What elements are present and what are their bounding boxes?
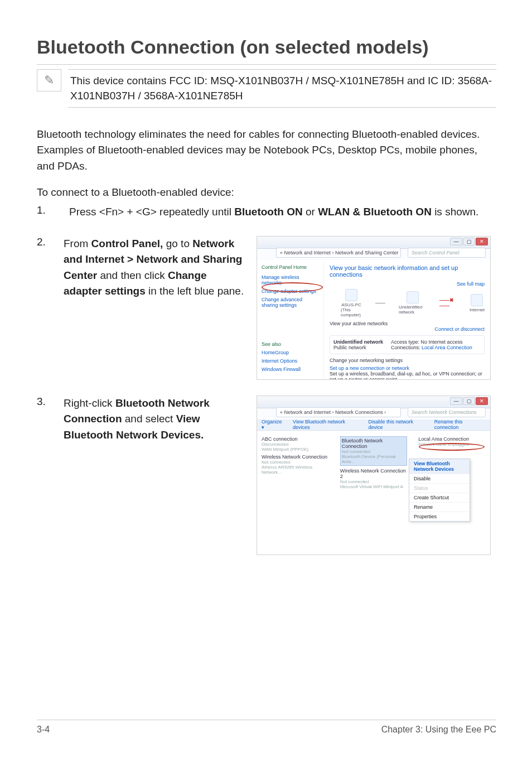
toolbar-disable[interactable]: Disable this network device xyxy=(368,419,426,430)
text: From xyxy=(64,238,91,249)
chapter-label: Chapter 3: Using the Eee PC xyxy=(381,725,496,735)
bold: Bluetooth ON xyxy=(234,206,302,218)
close-button[interactable]: ✕ xyxy=(476,397,488,405)
item-status: Not connected xyxy=(342,449,406,454)
opt-desc: Set up a wireless, broadband, dial-up, a… xyxy=(330,371,485,380)
connection-item[interactable]: Wireless Network Connection 2Not connect… xyxy=(340,468,408,489)
ctx-status[interactable]: Status xyxy=(409,484,470,493)
text: Press <Fn> + <G> repeatedly until xyxy=(69,206,234,218)
sidebar-see-also: See also xyxy=(262,341,319,347)
step-number: 1. xyxy=(37,204,52,216)
content-pane: View your basic network information and … xyxy=(324,260,490,379)
content-heading: View your basic network information and … xyxy=(330,264,485,278)
sidebar-link-internet-options[interactable]: Internet Options xyxy=(262,358,319,364)
item-device: WAN Miniport (PPPOE) xyxy=(262,447,329,452)
text: in the left blue pane. xyxy=(148,285,244,297)
step-1: 1. Press <Fn> + <G> repeatedly until Blu… xyxy=(37,204,496,220)
step-number: 2. xyxy=(37,236,52,248)
info-callout: ✎ This device contains FCC ID: MSQ-X101N… xyxy=(37,69,496,108)
close-button[interactable]: ✕ xyxy=(476,238,488,245)
min-button[interactable]: — xyxy=(450,238,462,245)
connection-item[interactable]: Wireless Network ConnectionNot connected… xyxy=(262,454,329,475)
title-rule xyxy=(37,64,496,65)
window-body: Control Panel Home Manage wireless netwo… xyxy=(257,260,490,379)
item-title: Wireless Network Connection 2 xyxy=(340,468,408,479)
node-pc: ASUS-PC(This computer) xyxy=(341,289,362,317)
connection-link[interactable]: Local Area Connection xyxy=(422,345,472,350)
breadcrumb[interactable]: « Network and Internet › Network Connect… xyxy=(276,407,401,417)
step-body: From Control Panel, go to Network and In… xyxy=(64,236,245,300)
label: Access type: xyxy=(391,339,419,345)
sidebar-link-advanced[interactable]: Change advanced sharing settings xyxy=(262,297,319,308)
ctx-view-bt-devices[interactable]: View Bluetooth Network Devices xyxy=(409,459,470,474)
dash: —— xyxy=(375,300,385,306)
search-input[interactable]: Search Network Connections xyxy=(408,407,486,417)
max-button[interactable]: ▢ xyxy=(463,238,475,245)
page-title: Bluetooth Connection (on selected models… xyxy=(37,36,496,59)
globe-icon xyxy=(471,294,483,306)
node-internet: Internet xyxy=(470,294,485,312)
connect-disconnect-link[interactable]: Connect or disconnect xyxy=(434,326,485,332)
sidebar: Control Panel Home Manage wireless netwo… xyxy=(257,260,324,379)
step-3-row: 3. Right-click Bluetooth Network Connect… xyxy=(37,396,496,555)
item-title: Wireless Network Connection xyxy=(262,454,329,460)
ctx-properties[interactable]: Properties xyxy=(409,512,470,521)
text: is shown. xyxy=(434,206,478,218)
max-button[interactable]: ▢ xyxy=(463,397,475,405)
screenshot-1: —▢✕ « Network and Internet › Network and… xyxy=(257,236,491,380)
text: or xyxy=(306,206,318,218)
page-footer: 3-4 Chapter 3: Using the Eee PC xyxy=(37,720,496,735)
network-map: ASUS-PC(This computer) —— Unidentified n… xyxy=(341,289,485,317)
view-active-label: View your active networks xyxy=(330,321,485,326)
connection-item-selected[interactable]: Bluetooth Network ConnectionNot connecte… xyxy=(340,436,408,466)
toolbar-organize[interactable]: Organize ▾ xyxy=(262,419,285,430)
breadcrumb[interactable]: « Network and Internet › Network and Sha… xyxy=(276,248,401,258)
context-menu: View Bluetooth Network Devices Disable S… xyxy=(409,459,470,522)
text: Internet xyxy=(470,307,485,312)
ctx-rename[interactable]: Rename xyxy=(409,503,470,512)
text: ASUS-PC xyxy=(341,302,361,307)
step-number: 3. xyxy=(37,396,52,408)
note-icon: ✎ xyxy=(37,69,61,91)
toolbar-view-bt[interactable]: View Bluetooth network devices xyxy=(293,419,360,430)
min-button[interactable]: — xyxy=(450,397,462,405)
ctx-create-shortcut[interactable]: Create Shortcut xyxy=(409,493,470,503)
item-status: Not connected xyxy=(262,460,329,465)
item-title: Local Area Connection xyxy=(418,436,486,442)
text: go to xyxy=(166,238,193,249)
text: and select xyxy=(125,413,176,425)
opt-new-connection[interactable]: Set up a new connection or network xyxy=(330,365,485,371)
intro-paragraph: Bluetooth technology eliminates the need… xyxy=(37,127,496,175)
item-status: Not connected xyxy=(340,479,408,484)
page-number: 3-4 xyxy=(37,725,50,735)
ctx-disable[interactable]: Disable xyxy=(409,474,470,484)
item-title: Bluetooth Network Connection xyxy=(342,438,406,449)
window-buttons: —▢✕ xyxy=(450,397,488,405)
window-buttons: —▢✕ xyxy=(450,238,488,245)
page: Bluetooth Connection (on selected models… xyxy=(0,0,532,757)
note-text: This device contains FCC ID: MSQ-X101NB0… xyxy=(68,69,496,108)
network-icon xyxy=(407,291,419,303)
search-input[interactable]: Search Control Panel xyxy=(408,248,486,258)
step-body: Press <Fn> + <G> repeatedly until Blueto… xyxy=(69,204,478,220)
text: Unidentified network xyxy=(399,305,426,315)
item-title: ABC connection xyxy=(262,436,329,442)
highlight-oval xyxy=(262,282,323,292)
connection-item[interactable]: ABC connectionDisconnectedWAN Miniport (… xyxy=(262,436,329,452)
text: and then click xyxy=(100,269,167,281)
step-2-row: 2. From Control Panel, go to Network and… xyxy=(37,236,496,380)
toolbar-rename[interactable]: Rename this connection xyxy=(434,419,486,430)
item-device: Bluetooth Device (Personal Area… xyxy=(342,454,406,464)
sidebar-link-homegroup[interactable]: HomeGroup xyxy=(262,350,319,355)
toolbar: Organize ▾ View Bluetooth network device… xyxy=(257,420,490,431)
active-category: Public network xyxy=(333,345,383,350)
bold: WLAN & Bluetooth ON xyxy=(318,206,432,218)
text: Right-click xyxy=(64,397,115,409)
sidebar-heading: Control Panel Home xyxy=(262,264,319,270)
column: Bluetooth Network ConnectionNot connecte… xyxy=(340,434,408,491)
see-full-map-link[interactable]: See full map xyxy=(457,281,485,287)
pc-icon xyxy=(345,289,357,301)
screenshot-2: —▢✕ « Network and Internet › Network Con… xyxy=(257,396,491,555)
sidebar-link-firewall[interactable]: Windows Firewall xyxy=(262,367,319,372)
active-name: Unidentified network xyxy=(333,339,383,345)
